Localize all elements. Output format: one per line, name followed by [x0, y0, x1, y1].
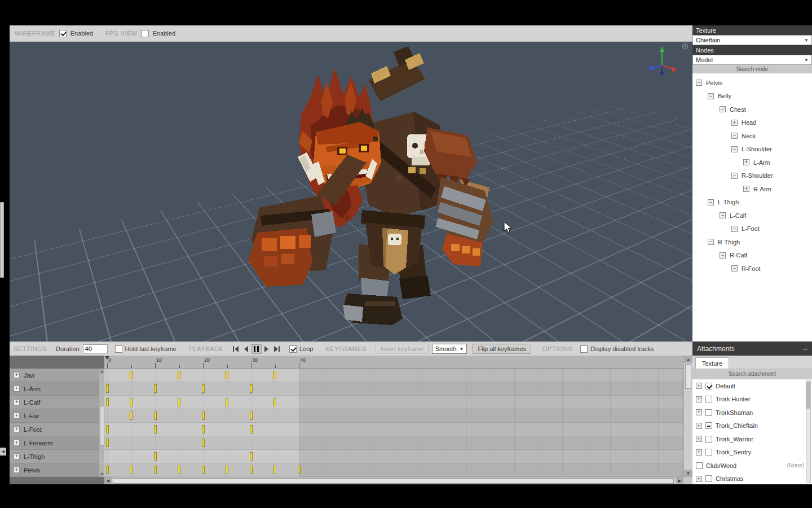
tree-node-r-calf[interactable]: −R-Calf: [692, 249, 812, 262]
keyframe-marker[interactable]: [106, 425, 109, 433]
track-expand-icon[interactable]: +: [14, 426, 20, 432]
attachment-checkbox[interactable]: [705, 449, 712, 456]
timeline-horizontal-scrollbar[interactable]: ◀ ▶: [104, 477, 683, 484]
attachment-checkbox[interactable]: [696, 462, 703, 469]
tree-node-r-foot[interactable]: −R-Foot: [692, 262, 812, 275]
attachment-default[interactable]: +Default: [692, 379, 807, 393]
attachment-christmas[interactable]: +Christmas: [692, 472, 807, 485]
collapse-icon[interactable]: −: [720, 106, 726, 112]
track-frames-jaw[interactable]: [104, 369, 683, 382]
keyframe-marker[interactable]: [130, 466, 133, 474]
keyframe-marker[interactable]: [106, 439, 109, 447]
keyframe-marker[interactable]: [250, 384, 253, 393]
track-frames-l-arm[interactable]: [104, 382, 683, 396]
visibility-icon[interactable]: [681, 43, 689, 50]
keyframe-marker[interactable]: [250, 452, 253, 461]
track-row-l-thigh[interactable]: +L-Thigh: [10, 450, 99, 463]
keyframe-marker[interactable]: [273, 466, 276, 474]
timeline-ruler[interactable]: 010203040: [104, 356, 683, 369]
keyframe-marker[interactable]: [202, 411, 205, 420]
expand-icon[interactable]: +: [696, 383, 702, 389]
expand-icon[interactable]: +: [696, 396, 702, 402]
interpolation-select[interactable]: Smooth ▼: [432, 344, 467, 354]
keyframe-marker[interactable]: [202, 439, 205, 447]
skip-end-button[interactable]: [272, 344, 282, 354]
collapse-icon[interactable]: −: [720, 212, 726, 218]
keyframe-marker[interactable]: [226, 398, 228, 406]
track-expand-icon[interactable]: +: [14, 440, 20, 446]
track-expand-icon[interactable]: +: [14, 467, 20, 473]
scrollbar-thumb[interactable]: [113, 478, 674, 484]
scroll-left-icon[interactable]: ◀: [104, 478, 112, 484]
attachment-trork-hunter[interactable]: +Trork Hunter: [692, 393, 807, 406]
nodes-select[interactable]: Model ▼: [692, 55, 812, 65]
track-expand-icon[interactable]: +: [14, 386, 20, 392]
attachment-checkbox[interactable]: [705, 396, 712, 402]
keyframe-marker[interactable]: [226, 466, 228, 474]
track-row-l-foot[interactable]: +L-Foot: [10, 423, 99, 436]
track-frames-pelvis[interactable]: [104, 463, 683, 477]
collapse-icon[interactable]: −: [708, 239, 714, 245]
tree-node-head[interactable]: +Head: [692, 116, 812, 130]
track-row-l-forearm[interactable]: +L-Forearm: [10, 436, 99, 450]
attachment-checkbox[interactable]: [705, 475, 712, 482]
track-row-l-calf[interactable]: +L-Calf: [10, 396, 99, 409]
tree-node-l-thigh[interactable]: −L-Thigh: [692, 196, 812, 209]
collapse-panel-icon[interactable]: −: [803, 344, 807, 353]
attachment-trork-warrior[interactable]: +Trork_Warrior: [692, 432, 807, 446]
tree-node-r-thigh[interactable]: −R-Thigh: [692, 235, 812, 249]
search-node-input[interactable]: [692, 65, 812, 73]
collapse-icon[interactable]: −: [720, 252, 726, 259]
step-forward-button[interactable]: [262, 344, 272, 354]
keyframe-marker[interactable]: [250, 466, 253, 474]
axis-gizmo[interactable]: [645, 45, 679, 79]
tree-node-l-foot[interactable]: −L-Foot: [692, 222, 812, 236]
keyframe-marker[interactable]: [130, 411, 133, 420]
expand-icon[interactable]: +: [696, 436, 702, 442]
track-frames-l-calf[interactable]: [104, 396, 683, 409]
track-row-jaw[interactable]: +Jaw: [10, 369, 99, 382]
keyframe-marker[interactable]: [178, 466, 180, 474]
attachments-scrollbar[interactable]: [806, 380, 811, 483]
step-back-button[interactable]: [241, 344, 251, 354]
keyframe-marker[interactable]: [202, 466, 205, 474]
collapse-icon[interactable]: −: [708, 199, 714, 205]
collapse-icon[interactable]: −: [731, 133, 738, 139]
keyframe-marker[interactable]: [178, 398, 180, 406]
keyframe-marker[interactable]: [202, 384, 205, 393]
track-row-l-arm[interactable]: +L-Arm: [10, 382, 99, 396]
scroll-down-icon[interactable]: ▼: [684, 470, 692, 477]
keyframe-marker[interactable]: [154, 466, 157, 474]
collapse-icon[interactable]: −: [731, 265, 738, 271]
scroll-right-icon[interactable]: ▶: [676, 478, 683, 484]
tree-node-neck[interactable]: −Neck: [692, 129, 812, 143]
duration-input[interactable]: [83, 344, 108, 353]
collapse-icon[interactable]: −: [731, 226, 738, 232]
attachment-checkbox[interactable]: [705, 383, 712, 389]
keyframe-marker[interactable]: [154, 384, 157, 393]
expand-icon[interactable]: +: [696, 449, 702, 456]
attachment-checkbox[interactable]: [705, 422, 712, 429]
scrollbar-thumb[interactable]: [100, 406, 104, 445]
collapse-left-panel-icon[interactable]: ◀: [0, 448, 6, 456]
keyframe-marker[interactable]: [130, 371, 133, 379]
keyframe-marker[interactable]: [154, 452, 157, 461]
keyframe-marker[interactable]: [250, 411, 253, 420]
collapse-icon[interactable]: −: [731, 146, 738, 152]
track-expand-icon[interactable]: +: [14, 453, 20, 459]
attachment-trork-sentry[interactable]: +Trork_Sentry: [692, 446, 807, 459]
expand-icon[interactable]: +: [696, 409, 702, 415]
fps-checkbox[interactable]: [142, 30, 149, 37]
tab-texture[interactable]: Texture: [695, 357, 729, 369]
expand-icon[interactable]: +: [696, 423, 702, 429]
attachment-checkbox[interactable]: [705, 436, 712, 443]
insert-keyframe-button[interactable]: Insert keyframe: [376, 344, 429, 354]
track-names-scrollbar[interactable]: ▲ ▼: [99, 369, 104, 477]
track-row-pelvis[interactable]: +Pelvis: [10, 463, 99, 477]
viewport-canvas[interactable]: [10, 42, 692, 341]
track-frames-l-forearm[interactable]: [104, 436, 683, 450]
display-disabled-checkbox[interactable]: [580, 345, 588, 353]
expand-icon[interactable]: +: [696, 476, 702, 482]
skip-start-button[interactable]: [231, 344, 241, 354]
loop-checkbox[interactable]: [289, 345, 297, 353]
